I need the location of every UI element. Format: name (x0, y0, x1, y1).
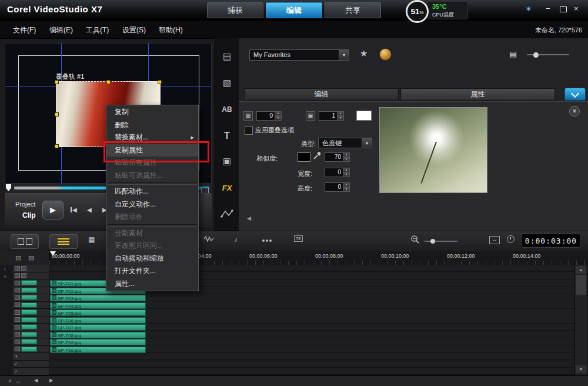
spinner-arrows[interactable]: ▲▼ (343, 152, 350, 162)
border-value[interactable]: 1 (319, 111, 338, 121)
scroll-up-icon[interactable]: ▲ (576, 266, 586, 274)
overlay-track-header-10[interactable] (13, 346, 49, 354)
zoom-out-icon[interactable] (410, 235, 420, 246)
mask-value[interactable]: 0 (256, 111, 275, 121)
play-button[interactable]: ▶ (42, 201, 64, 219)
clock-icon[interactable] (507, 235, 514, 243)
filter-fx-icon[interactable]: FX (218, 180, 236, 195)
similarity-value[interactable]: 70 (325, 152, 343, 162)
swap-tracks-icon[interactable]: ↕ (4, 266, 6, 272)
timeline-clip[interactable]: SP-T03.jpg (50, 295, 146, 301)
voice-track-header[interactable]: ♪ (13, 361, 49, 368)
thumbnail-size-slider[interactable] (527, 54, 569, 55)
menu-item-copy[interactable]: 复制 (106, 106, 198, 119)
clip-mode-label[interactable]: Clip (22, 211, 36, 219)
tab-edit[interactable]: 编辑 (266, 2, 322, 18)
resize-handle[interactable] (55, 112, 59, 117)
thumbnail-view-icon[interactable]: ▤ (509, 49, 517, 59)
track-filter-icon[interactable]: ▤ (15, 254, 21, 262)
project-mode-label[interactable]: Project (15, 201, 35, 208)
spin-up-icon[interactable]: ▲ (343, 182, 350, 187)
spin-up-icon[interactable]: ▲ (343, 168, 350, 172)
options-scroll-left-icon[interactable]: ◀ (247, 215, 251, 221)
fit-timeline-icon[interactable]: + (8, 378, 12, 384)
menu-item-customize-motion[interactable]: 自定义动作... (106, 198, 198, 211)
add-track-icon[interactable]: + (4, 274, 6, 279)
menu-edit[interactable]: 编辑(E) (49, 25, 73, 35)
width-value[interactable]: 0 (325, 168, 343, 177)
spin-up-icon[interactable]: ▲ (338, 111, 344, 116)
timeline-clip[interactable]: SP-T08.jpg (50, 332, 146, 338)
menu-settings[interactable]: 设置(S) (122, 25, 146, 35)
motion-path-icon[interactable] (218, 206, 236, 221)
scroll-left-icon[interactable]: ◀ (34, 378, 38, 383)
dropdown-arrow-icon[interactable]: ▼ (339, 50, 349, 60)
music-track-header[interactable]: ♪ (13, 368, 49, 375)
previous-frame-button[interactable]: ◀ (87, 207, 92, 213)
height-spinner[interactable]: 0 ▲▼ (325, 182, 350, 192)
timeline-clip[interactable]: SP-T07.jpg (50, 324, 146, 331)
dropdown-arrow-icon[interactable]: ▼ (362, 138, 372, 148)
add-to-favorites-star-icon[interactable]: ★ (360, 48, 368, 59)
timeline-ruler[interactable]: ▤ ▤ 00:00:00:00 00:00:02:00 00:00:04:00 … (0, 251, 588, 265)
scrollbar-thumb[interactable] (576, 275, 586, 295)
options-tab-attribute[interactable]: 属性 (400, 88, 555, 101)
overlay-track-header-1[interactable] (13, 279, 49, 287)
overlay-track-header-3[interactable] (13, 294, 49, 302)
overlay-track-header-5[interactable] (13, 309, 49, 317)
menu-item-delete[interactable]: 删除 (106, 119, 198, 132)
border-color-swatch[interactable] (356, 111, 372, 121)
timeline-view-button[interactable] (49, 234, 78, 249)
tracks-scrollbar[interactable]: ▲ ▼ (574, 265, 587, 375)
height-value[interactable]: 0 (325, 182, 343, 192)
menu-item-properties[interactable]: 属性... (106, 278, 198, 291)
menu-item-auto-pan-zoom[interactable]: 自动摇动和缩放 (106, 252, 198, 265)
options-tab-edit[interactable]: 编辑 (244, 88, 399, 101)
chroma-type-dropdown[interactable]: 色度键 ▼ (318, 138, 372, 148)
overlay-track-header-7[interactable] (13, 324, 49, 331)
spin-down-icon[interactable]: ▼ (343, 157, 350, 162)
chroma-color-swatch[interactable] (298, 152, 310, 162)
overlay-track-header-6[interactable] (13, 317, 49, 324)
gallery-folder-dropdown[interactable]: My Favorites ▼ (249, 49, 349, 61)
snowflake-icon[interactable]: ✶ (525, 5, 532, 13)
apply-overlay-checkbox[interactable] (245, 127, 253, 135)
scroll-down-icon[interactable]: ▼ (576, 365, 586, 373)
media-library-icon[interactable]: ▤ (218, 49, 236, 64)
menu-tools[interactable]: 工具(T) (86, 25, 109, 35)
slider-knob[interactable] (533, 52, 539, 58)
spin-up-icon[interactable]: ▲ (343, 152, 350, 157)
instant-project-icon[interactable]: ▧ (218, 75, 236, 91)
track-width-icon[interactable]: ↔ (15, 378, 21, 384)
spinner-arrows[interactable]: ▲▼ (275, 111, 282, 121)
spinner-arrows[interactable]: ▲▼ (338, 111, 344, 121)
overlay-track-header-8[interactable] (13, 331, 49, 339)
overlay-track-header-9[interactable] (13, 338, 49, 346)
spinner-arrows[interactable]: ▲▼ (343, 168, 350, 177)
overlay-track-header-4[interactable] (13, 302, 49, 310)
tab-share[interactable]: 共享 (325, 2, 381, 18)
zoom-slider-knob[interactable] (430, 239, 435, 244)
resize-handle[interactable] (55, 144, 59, 148)
menu-item-open-folder[interactable]: 打开文件夹... (106, 265, 198, 278)
spin-up-icon[interactable]: ▲ (275, 111, 282, 116)
auto-music-icon[interactable]: ♪ (234, 235, 238, 244)
overlay-track-header-2[interactable] (13, 287, 49, 295)
mask-value-spinner[interactable]: 0 ▲▼ (256, 111, 282, 121)
minimize-icon[interactable]: − (546, 5, 550, 13)
subtitle-te-icon[interactable]: TE (294, 235, 303, 242)
browse-media-sphere-icon[interactable] (379, 48, 392, 61)
spinner-arrows[interactable]: ▲▼ (343, 182, 350, 192)
overlay-manager-header[interactable] (13, 272, 49, 280)
timeline-clip[interactable]: SP-T09.jpg (50, 339, 146, 345)
resize-handle[interactable] (158, 80, 162, 84)
border-value-spinner[interactable]: 1 ▲▼ (319, 111, 344, 121)
home-button[interactable]: ◀ (71, 207, 77, 213)
mask-frame-icon[interactable]: ▦ (243, 111, 253, 121)
title-track-header[interactable]: T (13, 353, 49, 361)
similarity-spinner[interactable]: 70 ▲▼ (325, 152, 350, 162)
spin-down-icon[interactable]: ▼ (275, 116, 282, 121)
panel-collapse-button[interactable] (564, 88, 586, 101)
spin-down-icon[interactable]: ▼ (338, 116, 344, 121)
timeline-zoom-slider[interactable] (425, 241, 457, 242)
